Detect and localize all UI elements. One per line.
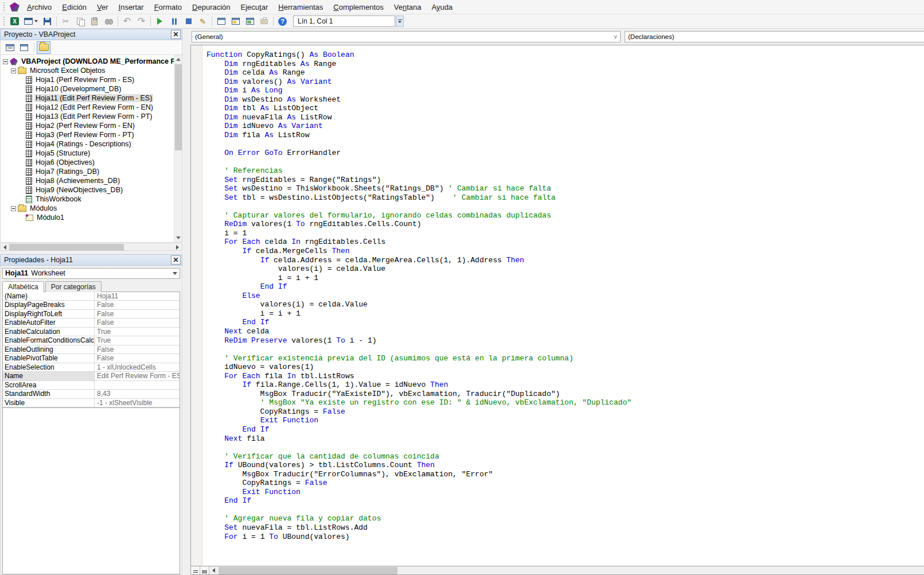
menu-edición[interactable]: Edición	[57, 1, 92, 13]
view-object-button[interactable]	[17, 41, 31, 54]
property-value[interactable]: 8,43	[95, 390, 180, 398]
property-row-standardwidth[interactable]: StandardWidth8,43	[3, 390, 180, 399]
property-value[interactable]: False	[95, 345, 180, 354]
toggle-folders-button[interactable]	[37, 41, 50, 54]
property-row-name[interactable]: (Name)Hoja11	[3, 292, 180, 301]
project-tree-hscrollbar[interactable]	[0, 243, 182, 251]
full-module-view-button[interactable]	[200, 566, 209, 574]
menu-archivo[interactable]: Archivo	[22, 1, 57, 13]
menu-ver[interactable]: Ver	[92, 1, 114, 13]
menu-ejecutar[interactable]: Ejecutar	[236, 1, 274, 13]
tree-item-hoja12[interactable]: Hoja12 (Edit Perf Review Form - EN)	[2, 103, 174, 112]
property-row-enableautofilter[interactable]: EnableAutoFilterFalse	[3, 318, 180, 328]
copy-button[interactable]	[73, 15, 87, 28]
properties-object-selector[interactable]: Hoja11 Worksheet	[2, 268, 180, 279]
property-value[interactable]	[95, 381, 180, 390]
code-editor[interactable]: Function CopyRatings() As Boolean Dim rn…	[190, 45, 924, 566]
property-row-scrollarea[interactable]: ScrollArea	[3, 381, 180, 390]
properties-panel-titlebar[interactable]: Propiedades - Hoja11 ✕	[0, 254, 182, 266]
tree-item-hoja8[interactable]: Hoja8 (Achievements_DB)	[2, 176, 174, 185]
project-explorer-button[interactable]	[215, 15, 228, 28]
project-panel-close-icon[interactable]: ✕	[171, 30, 181, 39]
property-value[interactable]: False	[95, 354, 180, 363]
property-row-displayrighttoleft[interactable]: DisplayRightToLeftFalse	[3, 310, 180, 319]
code-hscrollbar[interactable]	[209, 566, 924, 574]
toolbar-options-button[interactable]	[396, 15, 404, 27]
find-button[interactable]	[102, 15, 115, 28]
property-row-enableselection[interactable]: EnableSelection1 - xlUnlockedCells	[3, 363, 180, 372]
tab-por-categorías[interactable]: Por categorías	[45, 281, 102, 292]
tree-item-hoja1[interactable]: Hoja1 (Perf Review Form - ES)	[2, 75, 174, 84]
procedure-view-button[interactable]	[191, 566, 200, 574]
property-row-enableoutlining[interactable]: EnableOutliningFalse	[3, 345, 180, 355]
properties-window-button[interactable]	[229, 15, 242, 28]
tree-item-hoja13[interactable]: Hoja13 (Edit Perf Review Form - PT)	[2, 112, 174, 121]
menu-formato[interactable]: Formato	[149, 1, 187, 13]
view-object-dropdown-button[interactable]	[22, 15, 40, 28]
view-excel-button[interactable]: X	[8, 15, 21, 28]
property-value[interactable]: False	[95, 310, 180, 318]
menu-ayuda[interactable]: Ayuda	[426, 1, 458, 13]
property-row-visible[interactable]: Visible-1 - xlSheetVisible	[3, 399, 180, 408]
property-value[interactable]: False	[95, 318, 180, 327]
paste-button[interactable]	[88, 15, 101, 28]
code-line: Set rngEditables = Range("Ratings")	[206, 176, 924, 185]
tree-item-hoja7[interactable]: Hoja7 (Ratings_DB)	[2, 167, 174, 176]
tree-item-hoja4[interactable]: Hoja4 (Ratings - Descriptions)	[2, 139, 174, 149]
tree-item-hoja6[interactable]: Hoja6 (Objectives)	[2, 158, 174, 167]
property-value[interactable]: 1 - xlUnlockedCells	[95, 363, 180, 372]
project-tree-vscrollbar[interactable]	[174, 55, 182, 242]
tree-item-microsoft[interactable]: Microsoft Excel Objetos	[2, 66, 174, 75]
tree-item-vbaproject[interactable]: VBAProject (DOWNLOAD ME_Performance Revi…	[2, 57, 174, 66]
object-browser-button[interactable]	[243, 15, 256, 28]
object-dropdown[interactable]: (General) ˅	[192, 31, 621, 42]
pause-button[interactable]	[167, 15, 181, 28]
property-row-enablecalculation[interactable]: EnableCalculationTrue	[3, 328, 180, 337]
tree-item-hoja5[interactable]: Hoja5 (Structure)	[2, 149, 174, 158]
collapse-toggle-icon[interactable]	[11, 206, 16, 211]
run-button[interactable]	[153, 15, 166, 28]
procedure-dropdown[interactable]: (Declaraciones)	[625, 31, 924, 42]
property-value[interactable]: True	[95, 336, 180, 345]
toolbox-button[interactable]	[258, 15, 271, 28]
project-panel-titlebar[interactable]: Proyecto - VBAProject ✕	[0, 29, 182, 40]
property-value[interactable]: False	[95, 301, 180, 309]
stop-button[interactable]	[182, 15, 195, 28]
code-margin-indicator-bar[interactable]	[191, 45, 202, 566]
menu-complementos[interactable]: Complementos	[328, 1, 388, 13]
menu-herramientas[interactable]: Herramientas	[273, 1, 328, 13]
help-button[interactable]: ?	[276, 15, 289, 28]
property-value[interactable]: Hoja11	[95, 292, 180, 301]
collapse-toggle-icon[interactable]	[11, 68, 16, 73]
properties-panel-close-icon[interactable]: ✕	[171, 255, 181, 265]
property-value[interactable]: -1 - xlSheetVisible	[95, 399, 180, 407]
menu-grip[interactable]	[3, 2, 6, 12]
menu-insertar[interactable]: Insertar	[114, 1, 149, 13]
tree-item-hoja3[interactable]: Hoja3 (Perf Review Form - PT)	[2, 130, 174, 139]
tab-alfabética[interactable]: Alfabética	[2, 281, 44, 293]
save-button[interactable]	[41, 15, 54, 28]
toolbar-grip[interactable]	[3, 16, 6, 26]
tree-item-thisworkbook[interactable]: ThisWorkbook	[2, 195, 174, 204]
tree-item-módulo1[interactable]: Módulo1	[2, 213, 174, 222]
undo-button[interactable]: ↶	[120, 15, 134, 28]
tree-item-hoja2[interactable]: Hoja2 (Perf Review Form - EN)	[2, 121, 174, 130]
property-value[interactable]: True	[95, 328, 180, 336]
tree-item-hoja9[interactable]: Hoja9 (NewObjectives_DB)	[2, 185, 174, 195]
property-row-name[interactable]: NameEdit Perf Review Form - ES	[3, 372, 180, 381]
property-row-enableformatconditionscalculatio[interactable]: EnableFormatConditionsCalculatioTrue	[3, 336, 180, 345]
menu-depuración[interactable]: Depuración	[187, 1, 236, 13]
cut-button[interactable]: ✂	[59, 15, 72, 28]
menu-ventana[interactable]: Ventana	[389, 1, 427, 13]
property-value[interactable]: Edit Perf Review Form - ES	[95, 372, 180, 380]
tree-item-hoja10[interactable]: Hoja10 (Development_DB)	[2, 84, 174, 94]
design-mode-button[interactable]: ✎	[196, 15, 209, 28]
redo-button[interactable]: ↷	[135, 15, 148, 28]
panel-splitter[interactable]	[182, 29, 190, 575]
property-row-displaypagebreaks[interactable]: DisplayPageBreaksFalse	[3, 301, 180, 310]
view-code-button[interactable]	[3, 41, 17, 54]
tree-item-módulos[interactable]: Módulos	[2, 204, 174, 213]
tree-item-hoja11[interactable]: Hoja11 (Edit Perf Review Form - ES)	[2, 94, 174, 103]
property-row-enablepivottable[interactable]: EnablePivotTableFalse	[3, 354, 180, 363]
collapse-toggle-icon[interactable]	[3, 59, 8, 64]
